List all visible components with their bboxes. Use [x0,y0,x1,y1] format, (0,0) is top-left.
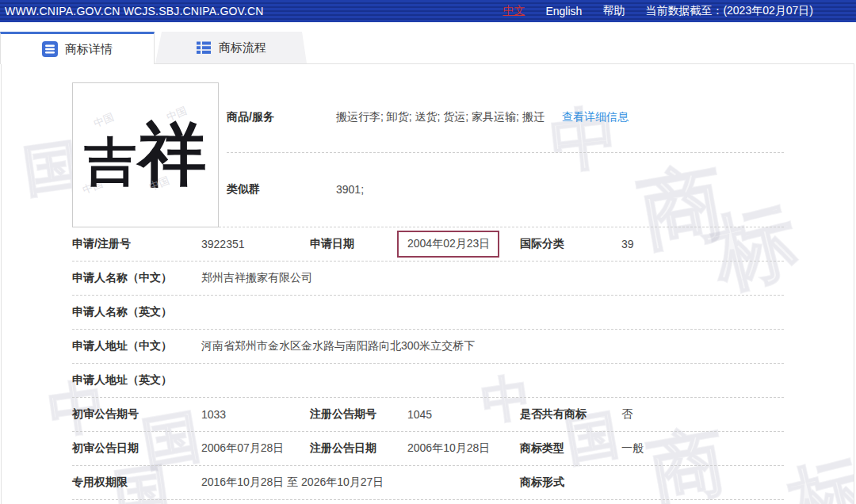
field-value: 2006年10月28日 [407,441,520,456]
lang-chinese-link[interactable]: 中文 [503,4,525,18]
field-value: 搬运行李; 卸货; 送货; 货运; 家具运输; 搬迁 [336,110,545,124]
table-row-gazette-dates: 初审公告日期 2006年07月28日 注册公告日期 2006年10月28日 商标… [72,432,784,466]
highlighted-application-date: 2004年02月23日 [397,231,499,258]
field-value: 1045 [407,408,520,421]
field-label: 申请人名称（中文） [72,271,201,285]
list-bullets-icon [196,40,212,55]
data-cutoff-text: 当前数据截至：(2023年02月07日) [645,4,813,18]
field-label: 申请日期 [310,237,407,251]
field-value: 郑州吉祥搬家有限公司 [201,271,784,285]
table-row-gazette-numbers: 初审公告期号 1033 注册公告期号 1045 是否共有商标 否 [72,398,784,432]
tab-trademark-detail[interactable]: 商标详情 [0,32,155,64]
field-label: 申请人地址（英文） [72,373,201,388]
view-details-link[interactable]: 查看详细信息 [562,110,629,124]
field-label: 初审公告日期 [72,441,201,456]
table-row-applicant-address-cn: 申请人地址（中文） 河南省郑州市金水区金水路与南阳路向北300米立交桥下 [72,330,784,364]
topbar-links: 中文 English 帮助 当前数据截至：(2023年02月07日) [503,4,856,18]
field-value: 2006年07月28日 [201,441,310,456]
lang-english-link[interactable]: English [545,5,582,17]
field-label: 类似群 [227,182,336,197]
site-domains: WWW.CNIPA.GOV.CN WCJS.SBJ.CNIPA.GOV.CN [0,5,264,17]
trademark-image: 中国 中国 中国 中国 吉 祥 [72,82,219,227]
field-label: 是否共有商标 [520,407,621,422]
field-label: 申请人名称（英文） [72,305,201,319]
table-row-applicant-name-en: 申请人名称（英文） [72,296,784,330]
table-row-application-number: 申请/注册号 3922351 申请日期 2004年02月23日 国际分类 39 [72,227,784,262]
field-value: 2016年10月28日 至 2026年10月27日 [201,475,520,490]
goods-services-row: 商品/服务 搬运行李; 卸货; 送货; 货运; 家具运输; 搬迁 查看详细信息 [227,82,784,153]
trademark-summary-section: 中国 中国 中国 中国 吉 祥 商品/服务 搬运行李; 卸货; 送货; 货运; … [72,64,784,227]
watermark-glyph: 标 [782,451,854,504]
tab-label: 商标流程 [219,40,266,55]
field-label: 商品/服务 [227,110,336,124]
field-label: 注册公告期号 [310,407,407,422]
similar-group-row: 类似群 3901; [227,153,784,227]
field-label: 申请人地址（中文） [72,339,201,353]
field-value: 一般 [621,441,784,456]
trademark-detail-panel: 中 商 标 国 中 国 中 国 商 标 国 中国 中国 中国 中国 吉 祥 商品… [1,63,854,504]
field-value: 1033 [201,408,310,421]
tab-label: 商标详情 [65,42,113,57]
field-label: 商标类型 [520,441,621,456]
field-label: 注册公告日期 [310,441,407,456]
field-value: 39 [621,238,784,250]
field-label: 初审公告期号 [72,407,201,422]
field-value: 3922351 [201,238,310,250]
field-value: 3901; [336,183,364,196]
field-value: 河南省郑州市金水区金水路与南阳路向北300米立交桥下 [201,339,784,353]
goods-services-column: 商品/服务 搬运行李; 卸货; 送货; 货运; 家具运输; 搬迁 查看详细信息 … [227,82,784,227]
top-bar: WWW.CNIPA.GOV.CN WCJS.SBJ.CNIPA.GOV.CN 中… [0,0,856,22]
field-label: 国际分类 [520,237,621,251]
table-row-applicant-name-cn: 申请人名称（中文） 郑州吉祥搬家有限公司 [72,262,784,296]
document-lines-icon [42,41,58,57]
table-row-applicant-address-en: 申请人地址（英文） [72,364,784,398]
tab-trademark-process[interactable]: 商标流程 [155,32,307,63]
field-label: 商标形式 [520,475,621,490]
help-link[interactable]: 帮助 [602,4,625,18]
field-label: 申请/注册号 [72,237,201,251]
field-label: 专用权期限 [72,475,201,490]
field-value: 2004年02月23日 [407,231,520,258]
tab-bar: 商标详情 商标流程 [0,22,856,63]
table-row-exclusive-right-period: 专用权期限 2016年10月28日 至 2026年10月27日 商标形式 [72,466,784,500]
field-value: 否 [621,407,784,422]
